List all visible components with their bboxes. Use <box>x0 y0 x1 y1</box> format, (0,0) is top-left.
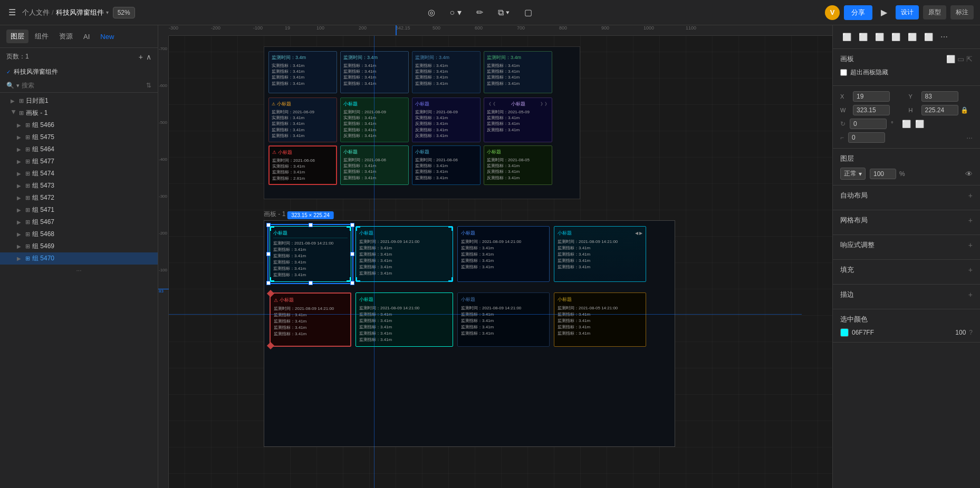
y-input[interactable] <box>921 91 958 102</box>
search-filter-icon[interactable]: ▾ <box>16 82 20 89</box>
layer-label: 组 5468 <box>32 230 54 239</box>
ruler-mark: -200 <box>211 25 220 31</box>
overflow-hidden-checkbox[interactable] <box>840 69 847 76</box>
layer-item[interactable]: ▶ ⊞ 组 5475 <box>0 131 158 143</box>
blend-mode-select[interactable]: 正常 ▾ <box>840 168 866 180</box>
h-input[interactable] <box>921 105 958 115</box>
board-expand-icon[interactable]: ⇱ <box>966 55 973 63</box>
corner-input[interactable] <box>848 132 885 143</box>
board-icon-1[interactable]: ⬜ <box>946 55 955 63</box>
tech-card-info: 小标题 监测时间：2021-08-09 实测指标：3.41m 监测指标：3.41… <box>340 97 409 142</box>
tab-components[interactable]: 组件 <box>31 30 53 43</box>
collapse-page-icon[interactable]: ∧ <box>146 53 151 61</box>
opacity-row: % <box>870 169 905 179</box>
stroke-section: 描边 + <box>833 285 980 309</box>
layer-arrow-icon: ▶ <box>17 256 23 261</box>
breadcrumb-parent[interactable]: 个人文件 <box>22 8 50 17</box>
menu-icon[interactable]: ☰ <box>6 5 18 19</box>
add-responsive-btn[interactable]: + <box>968 241 973 249</box>
page-item[interactable]: ✓ 科技风弹窗组件 <box>0 65 158 79</box>
layer-item-selected[interactable]: ▶ ⊞ 组 5470 <box>0 252 158 265</box>
board-frame-1[interactable]: 监测时间：3.4m 实测指标：3.41m 监测指标：3.41m 监测指标：3.4… <box>264 46 580 199</box>
copy-icon[interactable]: ⧉ ▾ <box>495 6 513 19</box>
align-center-h-icon[interactable]: ⬜ <box>856 31 871 43</box>
visibility-icon[interactable]: 👁 <box>965 170 973 178</box>
w-input[interactable] <box>853 105 890 115</box>
breadcrumb-current[interactable]: 科技风弹窗组件 <box>56 8 104 17</box>
lock-icon[interactable]: 🔒 <box>960 106 968 114</box>
tech-card-2[interactable]: 小标题 监测时间：2021-09-09 14:21:00 监测指标：3.41m … <box>356 226 453 282</box>
x-input[interactable] <box>853 91 890 102</box>
play-icon[interactable]: ▶ <box>877 5 891 19</box>
frame-layer-icon: ⊞ <box>19 97 24 104</box>
edit-icon[interactable]: ✏ <box>473 5 486 19</box>
avatar[interactable]: V <box>825 5 840 20</box>
mark-mode-button[interactable]: 标注 <box>950 5 974 19</box>
circle-icon[interactable]: ○ ▾ <box>447 5 465 19</box>
align-right-icon[interactable]: ⬜ <box>872 31 887 43</box>
add-grid-layout-btn[interactable]: + <box>968 216 973 225</box>
add-fill-btn[interactable]: + <box>968 266 973 274</box>
expand-search-icon[interactable]: ⇅ <box>146 82 151 89</box>
layer-item[interactable]: ▶ ⊞ 组 5473 <box>0 180 158 192</box>
prototype-mode-button[interactable]: 原型 <box>923 5 946 19</box>
board-frame-main[interactable]: 323.15 × 225.24 小标题 监测时间：2021-08-09 14:2… <box>264 220 675 447</box>
tech-card-gold[interactable]: 小标题 监测时间：2021-08-05 14:21:00 监测指标：3.41m … <box>554 292 646 347</box>
align-left-icon[interactable]: ⬜ <box>839 31 854 43</box>
frame-icon[interactable]: ▢ <box>521 5 535 19</box>
tech-card-4[interactable]: 小标题 ◀ ▶ 监测时间：2021-08-09 14:21:00 监测指标：3.… <box>554 226 646 282</box>
layer-item[interactable]: ▶ ⊞ 日封面1 <box>0 95 158 107</box>
more-align-icon[interactable]: ⋯ <box>937 31 951 43</box>
align-top-icon[interactable]: ⬜ <box>888 31 904 43</box>
target-icon[interactable]: ◎ <box>425 5 438 19</box>
align-center-v-icon[interactable]: ⬜ <box>905 31 920 43</box>
layer-label: 日封面1 <box>26 96 49 105</box>
layer-item[interactable]: ▶ ⊞ 组 5467 <box>0 216 158 228</box>
layer-item[interactable]: ▶ ⊞ 组 5468 <box>0 228 158 240</box>
corner-bl-2 <box>356 277 360 281</box>
color-hex-value[interactable]: 06F7FF <box>852 329 944 336</box>
add-page-icon[interactable]: + <box>139 53 143 61</box>
fill-title: 填充 <box>840 265 854 275</box>
w-label: W <box>840 107 851 113</box>
tech-card-3[interactable]: 小标题 监测时间：2021-08-09 14:21:00 监测指标：3.41m … <box>457 226 550 282</box>
zoom-control[interactable]: 52% <box>113 7 135 18</box>
flip-v-icon[interactable]: ⬜ <box>915 120 924 128</box>
share-button[interactable]: 分享 <box>844 5 872 20</box>
board-icon-2[interactable]: ▭ <box>957 55 964 63</box>
tab-new[interactable]: New <box>96 31 118 43</box>
more-options-icon[interactable]: ··· <box>966 133 973 142</box>
tech-card-selected[interactable]: 小标题 监测时间：2021-08-09 14:21:00 监测指标：3.41m … <box>270 226 351 282</box>
add-auto-layout-btn[interactable]: + <box>968 191 973 200</box>
tab-layers[interactable]: 图层 <box>6 30 28 43</box>
flip-h-icon[interactable]: ⬜ <box>902 120 911 128</box>
layer-more[interactable]: ··· <box>0 265 158 276</box>
color-swatch[interactable] <box>840 328 849 337</box>
add-stroke-btn[interactable]: + <box>968 290 973 299</box>
tech-card-red: ⚠ 小标题 监测时间：2021-06-06 实测指标：3.41m 监测指标：3.… <box>268 145 337 185</box>
canvas-content[interactable]: 监测时间：3.4m 实测指标：3.41m 监测指标：3.41m 监测指标：3.4… <box>169 36 832 488</box>
rotate-input[interactable] <box>850 119 887 129</box>
opacity-input[interactable] <box>870 169 896 179</box>
layer-item[interactable]: ▶ ⊞ 组 5477 <box>0 155 158 168</box>
design-mode-button[interactable]: 设计 <box>896 5 919 19</box>
layer-item[interactable]: ▶ ⊞ 组 5464 <box>0 143 158 155</box>
layer-item[interactable]: ▶ ⊞ 组 5472 <box>0 192 158 204</box>
tab-ai[interactable]: AI <box>79 31 94 43</box>
canvas-area[interactable]: -300 -200 -100 19 100 200 342.15 500 600… <box>158 25 832 488</box>
layer-item[interactable]: ▶ ⊞ 组 5466 <box>0 119 158 131</box>
search-input[interactable] <box>22 82 144 89</box>
tab-resources[interactable]: 资源 <box>55 30 77 43</box>
layer-item[interactable]: ▶ ⊞ 组 5474 <box>0 168 158 180</box>
tech-card-teal-b[interactable]: 小标题 监测时间：2021-08-09 14:21:00 监测指标：3.41m … <box>356 292 453 347</box>
x-label: X <box>840 93 851 100</box>
chevron-down-icon[interactable]: ▾ <box>106 9 109 15</box>
color-opacity-value: 100 <box>947 329 966 336</box>
question-mark-icon[interactable]: ? <box>969 329 973 336</box>
layer-item[interactable]: ▶ ⊞ 画板 - 1 <box>0 107 158 119</box>
align-bottom-icon[interactable]: ⬜ <box>921 31 936 43</box>
layer-item[interactable]: ▶ ⊞ 组 5471 <box>0 204 158 216</box>
tech-card-warn[interactable]: ⚠小标题 监测时间：2021-08-09 14:21:00 监测指标：3.41m… <box>270 292 351 347</box>
tech-card-navy[interactable]: 小标题 监测时间：2021-08-09 14:21:00 监测指标：3.41m … <box>457 292 550 347</box>
layer-item[interactable]: ▶ ⊞ 组 5469 <box>0 240 158 252</box>
